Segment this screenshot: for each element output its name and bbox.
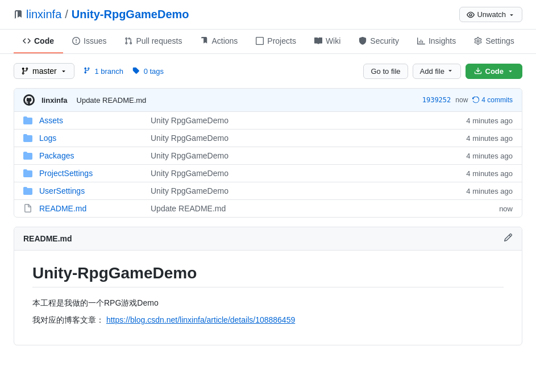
commits-label: 4 commits — [481, 96, 513, 104]
repo-owner-link[interactable]: linxinfa — [26, 8, 61, 21]
table-row: Packages Unity RpgGameDemo 4 minutes ago — [14, 147, 522, 165]
unwatch-label: Unwatch — [477, 10, 506, 19]
issues-icon — [72, 37, 80, 45]
actions-icon — [200, 37, 208, 45]
file-icon — [23, 204, 32, 213]
tab-issues-label: Issues — [84, 36, 106, 45]
eye-icon — [467, 11, 475, 19]
add-file-button[interactable]: Add file — [413, 64, 461, 79]
security-icon — [359, 37, 367, 45]
tab-insights-label: Insights — [429, 36, 456, 45]
commit-meta: 1939252 now 4 commits — [422, 96, 513, 104]
file-type-icon — [23, 151, 35, 160]
file-commit-message: Unity RpgGameDemo — [142, 186, 466, 195]
repo-header: linxinfa / Unity-RpgGameDemo Unwatch — [0, 0, 536, 30]
chevron-branch-icon — [60, 68, 67, 74]
repo-title: linxinfa / Unity-RpgGameDemo — [14, 8, 189, 21]
go-to-file-button[interactable]: Go to file — [363, 64, 408, 79]
tab-projects-label: Projects — [267, 36, 296, 45]
file-name-link[interactable]: Packages — [39, 151, 142, 160]
repo-name-link[interactable]: Unity-RpgGameDemo — [72, 8, 189, 21]
tab-code[interactable]: Code — [14, 30, 63, 53]
file-name-link[interactable]: UserSettings — [39, 186, 142, 195]
commits-history-link[interactable]: 4 commits — [472, 96, 513, 104]
file-type-icon — [23, 169, 35, 178]
file-name-link[interactable]: ProjectSettings — [39, 169, 142, 178]
commit-time: now — [455, 96, 468, 104]
readme-desc-line1: 本工程是我做的一个RPG游戏Demo — [32, 297, 504, 309]
file-type-icon — [23, 116, 35, 125]
tab-security[interactable]: Security — [350, 30, 408, 53]
code-label: Code — [485, 67, 504, 76]
tab-projects[interactable]: Projects — [247, 30, 305, 53]
tag-icon — [132, 67, 139, 74]
repo-separator: / — [65, 8, 68, 21]
folder-icon — [23, 186, 32, 195]
table-row: Assets Unity RpgGameDemo 4 minutes ago — [14, 112, 522, 130]
tab-pull-requests[interactable]: Pull requests — [115, 30, 191, 53]
tab-settings-label: Settings — [485, 36, 514, 45]
settings-icon — [474, 37, 482, 45]
insights-icon — [417, 37, 425, 45]
chevron-code-icon — [507, 68, 514, 74]
tab-pull-requests-label: Pull requests — [136, 36, 182, 45]
commit-hash: 1939252 — [422, 96, 451, 104]
tag-count-text: 0 tags — [144, 67, 164, 76]
folder-icon — [23, 116, 32, 125]
branch-count-icon — [84, 67, 90, 74]
latest-commit-row: linxinfa Update README.md 1939252 now 4 … — [14, 89, 522, 112]
folder-icon — [23, 151, 32, 160]
branch-selector-button[interactable]: master — [14, 63, 74, 79]
tab-issues[interactable]: Issues — [63, 30, 115, 53]
tab-code-label: Code — [34, 36, 54, 45]
unwatch-button[interactable]: Unwatch — [459, 7, 522, 22]
file-time: 4 minutes ago — [466, 169, 513, 178]
table-row: README.md Update README.md now — [14, 200, 522, 217]
pull-request-icon — [124, 37, 132, 45]
file-time: 4 minutes ago — [466, 152, 513, 160]
history-icon — [472, 97, 479, 103]
tab-wiki-label: Wiki — [326, 36, 340, 45]
readme-header: README.md — [14, 227, 522, 251]
table-row: UserSettings Unity RpgGameDemo 4 minutes… — [14, 182, 522, 200]
tag-count-link[interactable]: 0 tags — [132, 67, 164, 76]
readme-desc-line2: 我对应的博客文章： https://blog.csdn.net/linxinfa… — [32, 314, 504, 326]
file-commit-message: Unity RpgGameDemo — [142, 151, 466, 160]
code-button[interactable]: Code — [466, 64, 523, 79]
table-row: Logs Unity RpgGameDemo 4 minutes ago — [14, 130, 522, 147]
tab-actions-label: Actions — [211, 36, 238, 45]
tab-wiki[interactable]: Wiki — [305, 30, 350, 53]
code-icon — [23, 37, 31, 45]
readme-body: Unity-RpgGameDemo 本工程是我做的一个RPG游戏Demo 我对应… — [14, 251, 522, 345]
file-commit-message: Unity RpgGameDemo — [142, 169, 466, 178]
repo-icon — [14, 10, 23, 19]
branch-count-link[interactable]: 1 branch — [84, 67, 123, 76]
file-name-link[interactable]: Assets — [39, 116, 142, 125]
file-time: 4 minutes ago — [466, 134, 513, 143]
file-time: 4 minutes ago — [466, 116, 513, 125]
file-commit-message: Update README.md — [142, 204, 499, 213]
file-commit-message: Unity RpgGameDemo — [142, 116, 466, 125]
tab-actions[interactable]: Actions — [191, 30, 247, 53]
repo-toolbar: master 1 branch 0 tags Go to file Add fi… — [0, 54, 536, 88]
repo-nav: Code Issues Pull requests Actions Projec… — [0, 30, 536, 54]
toolbar-right: Go to file Add file Code — [363, 64, 522, 79]
chevron-add-icon — [447, 67, 454, 74]
folder-icon — [23, 169, 32, 178]
file-name-link[interactable]: Logs — [39, 134, 142, 143]
tab-settings[interactable]: Settings — [465, 30, 523, 53]
readme-edit-button[interactable] — [504, 233, 513, 244]
commit-message-text: Update README.md — [77, 96, 147, 105]
branch-name: master — [32, 66, 57, 76]
avatar-icon — [25, 96, 33, 104]
pencil-icon — [504, 233, 513, 242]
file-name-link[interactable]: README.md — [39, 204, 142, 213]
file-time: now — [499, 205, 513, 213]
file-commit-message: Unity RpgGameDemo — [142, 134, 466, 143]
file-table: linxinfa Update README.md 1939252 now 4 … — [14, 88, 522, 218]
tab-insights[interactable]: Insights — [408, 30, 465, 53]
file-time: 4 minutes ago — [466, 187, 513, 195]
file-type-icon — [23, 204, 35, 213]
wiki-icon — [314, 37, 322, 45]
readme-blog-link[interactable]: https://blog.csdn.net/linxinfa/article/d… — [106, 315, 295, 324]
